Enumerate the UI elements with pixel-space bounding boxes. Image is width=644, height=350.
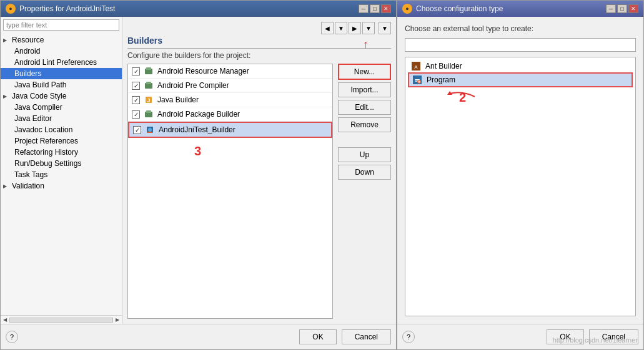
filter-input[interactable] [3, 19, 119, 31]
builder-checkbox[interactable]: ✓ [132, 67, 140, 75]
builder-icon [144, 80, 154, 90]
cancel-button[interactable]: Cancel [342, 329, 391, 344]
builder-icon [144, 66, 154, 76]
config-dialog-titlebar: ● Choose configuration type ─ □ ✕ [397, 1, 643, 17]
svg-rect-3 [146, 82, 151, 84]
sidebar-item-javadoc-location[interactable]: Javadoc Location [1, 124, 122, 135]
builder-icon [145, 125, 155, 135]
help-button[interactable]: ? [6, 331, 18, 343]
builders-area: ✓ Android Resource Manager ✓ Android Pre… [127, 64, 391, 319]
dialog-body: ▶ Resource Android Android Lint Preferen… [1, 17, 396, 324]
main-dialog-titlebar: ● Properties for AndroidJniTest ─ □ ✕ [1, 1, 396, 17]
ok-button[interactable]: OK [299, 329, 336, 344]
builder-item-android-package[interactable]: ✓ Android Package Builder [128, 107, 332, 122]
config-search-input[interactable] [405, 38, 636, 52]
sidebar: ▶ Resource Android Android Lint Preferen… [1, 17, 122, 324]
down-button[interactable]: Down [338, 165, 391, 180]
sidebar-item-validation[interactable]: ▶ Validation [1, 180, 122, 192]
config-content: Choose an external tool type to create: … [397, 17, 643, 324]
builder-label: AndroidJniTest_Builder [159, 125, 235, 134]
config-help-button[interactable]: ? [402, 331, 415, 343]
config-item-label: Program [427, 75, 455, 84]
nav-dropdown2-btn[interactable]: ▼ [362, 22, 375, 34]
sidebar-item-task-tags[interactable]: Task Tags [1, 169, 122, 180]
config-maximize-button[interactable]: □ [617, 4, 627, 13]
main-dialog-footer: ? OK Cancel [1, 324, 396, 349]
ant-builder-icon: A [412, 62, 420, 70]
config-item-label: Ant Builder [425, 62, 462, 70]
builder-item-android-pre-compiler[interactable]: ✓ Android Pre Compiler [128, 79, 332, 93]
builders-list[interactable]: ✓ Android Resource Manager ✓ Android Pre… [127, 64, 333, 319]
builder-icon [144, 109, 154, 119]
sidebar-item-android[interactable]: Android [1, 46, 122, 57]
sidebar-item-java-code-style[interactable]: ▶ Java Code Style [1, 90, 122, 102]
config-close-button[interactable]: ✕ [628, 4, 638, 13]
sidebar-item-android-lint[interactable]: Android Lint Preferences [1, 57, 122, 68]
sidebar-item-label: Javadoc Location [14, 125, 72, 134]
sidebar-item-label: Run/Debug Settings [14, 159, 81, 168]
builder-label: Android Pre Compiler [157, 81, 229, 90]
main-dialog: ● Properties for AndroidJniTest ─ □ ✕ ▶ … [0, 0, 397, 350]
sidebar-item-label: Project References [14, 137, 78, 145]
builder-checkbox[interactable]: ✓ [132, 82, 140, 90]
eclipse-icon: ● [6, 4, 16, 14]
config-list[interactable]: A Ant Builder Program [405, 57, 636, 316]
sidebar-item-label: Java Editor [14, 114, 52, 123]
svg-text:A: A [414, 64, 418, 70]
sidebar-item-java-editor[interactable]: Java Editor [1, 113, 122, 124]
nav-dropdown-btn[interactable]: ▼ [335, 22, 347, 34]
config-item-ant-builder[interactable]: A Ant Builder [408, 60, 633, 72]
svg-point-9 [148, 128, 152, 132]
up-button[interactable]: Up [338, 147, 391, 162]
scroll-left-btn[interactable]: ◀ [3, 317, 7, 323]
close-button[interactable]: ✕ [381, 4, 391, 13]
builder-item-androidjnitest[interactable]: ✓ AndroidJniTest_Builder [128, 122, 332, 138]
program-icon [413, 75, 422, 84]
sidebar-item-label: Android Lint Preferences [14, 58, 97, 67]
edit-button[interactable]: Edit... [338, 100, 391, 115]
sidebar-item-builders[interactable]: Builders [1, 68, 122, 79]
config-ok-button[interactable]: OK [547, 329, 583, 344]
builder-icon: J [144, 95, 154, 105]
builder-item-java-builder[interactable]: ✓ J Java Builder [128, 93, 332, 107]
config-dialog: ● Choose configuration type ─ □ ✕ Choose… [397, 0, 644, 350]
sidebar-item-label: Builders [14, 69, 41, 78]
nav-back-btn[interactable]: ◀ [321, 22, 334, 34]
builder-checkbox[interactable]: ✓ [132, 96, 140, 104]
builder-label: Android Package Builder [157, 110, 240, 119]
builders-action-buttons: New... Import... Edit... Remove Up Down [338, 64, 391, 319]
builder-checkbox[interactable]: ✓ [132, 110, 140, 119]
config-titlebar-icon-title: ● Choose configuration type [402, 4, 503, 14]
titlebar-controls: ─ □ ✕ [359, 4, 391, 13]
main-dialog-title: Properties for AndroidJniTest [19, 4, 115, 13]
nav-toolbar: ◀ ▼ ▶ ▼ ▼ [127, 22, 391, 34]
config-item-program[interactable]: Program [408, 72, 633, 87]
titlebar-icon-title: ● Properties for AndroidJniTest [6, 4, 115, 14]
section-title: Builders [127, 36, 391, 49]
svg-text:J: J [147, 97, 150, 104]
nav-menu-btn[interactable]: ▼ [379, 22, 391, 34]
sidebar-item-run-debug[interactable]: Run/Debug Settings [1, 158, 122, 169]
sidebar-item-label: Java Compiler [14, 103, 62, 112]
nav-forward-btn[interactable]: ▶ [349, 22, 361, 34]
config-minimize-button[interactable]: ─ [606, 4, 616, 13]
maximize-button[interactable]: □ [370, 4, 380, 13]
expand-arrow: ▶ [3, 94, 9, 99]
sidebar-item-refactoring-history[interactable]: Refactoring History [1, 147, 122, 158]
sidebar-item-java-build-path[interactable]: Java Build Path [1, 79, 122, 90]
minimize-button[interactable]: ─ [359, 4, 369, 13]
sidebar-item-project-references[interactable]: Project References [1, 135, 122, 147]
builder-checkbox[interactable]: ✓ [133, 126, 141, 134]
builder-item-android-resource[interactable]: ✓ Android Resource Manager [128, 64, 332, 79]
remove-button[interactable]: Remove [338, 117, 391, 132]
sidebar-item-java-compiler[interactable]: Java Compiler [1, 102, 122, 113]
svg-rect-18 [419, 80, 420, 83]
sidebar-item-label: Java Code Style [12, 92, 66, 100]
main-content: ◀ ▼ ▶ ▼ ▼ ↑ Builders Configure the build… [122, 17, 396, 324]
scroll-track[interactable] [9, 318, 113, 323]
scroll-right-btn[interactable]: ▶ [116, 317, 119, 323]
sidebar-item-resource[interactable]: ▶ Resource [1, 34, 122, 46]
config-cancel-button[interactable]: Cancel [589, 329, 638, 344]
import-button[interactable]: Import... [338, 82, 391, 97]
new-button[interactable]: New... [338, 64, 391, 80]
